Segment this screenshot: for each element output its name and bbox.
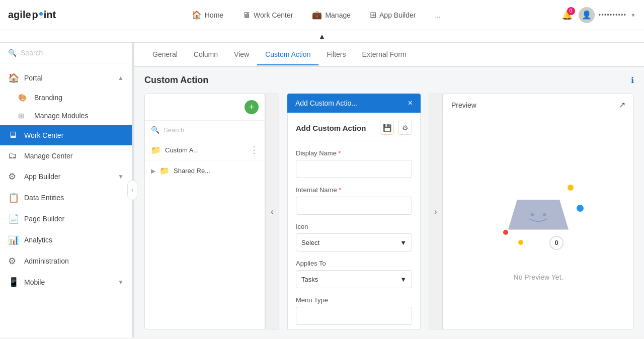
preview-counter: 0	[549, 236, 564, 250]
list-item[interactable]: ▶ 📁 Shared Re...	[145, 161, 265, 181]
input-menutype[interactable]	[296, 307, 412, 325]
dot-yellow2	[518, 240, 523, 245]
select-appliesto[interactable]: Tasks ▼	[296, 270, 412, 288]
nav-arrow-right[interactable]: ›	[429, 94, 443, 329]
left-panel-top: +	[145, 94, 265, 121]
add-item-button[interactable]: +	[245, 100, 259, 114]
dot-blue	[577, 205, 584, 212]
form-body: Add Custom Action 💾 ⚙	[287, 113, 421, 329]
dataentities-icon: 📋	[8, 192, 19, 203]
tabs-bar: General Column View Custom Action Filter…	[134, 43, 644, 67]
sidebar-item-administration[interactable]: ⚙ Administration	[0, 250, 132, 272]
notification-button[interactable]: 🔔 0	[561, 10, 573, 21]
sidebar-item-managemodules[interactable]: ⊞ Manage Modules	[0, 107, 132, 125]
nav-label-home: Home	[205, 11, 223, 19]
more-options-icon[interactable]: ⋮	[250, 144, 259, 155]
sidebar-label-managecenter: Manage Center	[24, 152, 124, 160]
label-text-displayname: Display Name	[296, 149, 337, 157]
select-icon[interactable]: Select ▼	[296, 233, 412, 251]
svg-point-1	[543, 213, 546, 216]
portal-icon: 🏠	[8, 72, 19, 83]
branding-icon: 🎨	[18, 94, 29, 102]
logo-text2: p	[32, 9, 38, 21]
nav-item-more[interactable]: ...	[428, 7, 448, 23]
required-mark: *	[339, 149, 341, 157]
sidebar-item-pagebuilder[interactable]: 📄 Page Builder	[0, 208, 132, 229]
sidebar-item-managecenter[interactable]: 🗂 Manage Center	[0, 145, 132, 166]
required-mark2: *	[339, 186, 341, 194]
nav-item-manage[interactable]: 💼 Manage	[305, 6, 358, 24]
folder-shared-icon: 📁	[159, 166, 170, 176]
sidebar-label-appbuilder: App Builder	[24, 173, 113, 181]
sidebar-label-dataentities: Data Entities	[24, 194, 124, 202]
sidebar-item-dataentities[interactable]: 📋 Data Entities	[0, 187, 132, 208]
field-internalname: Internal Name *	[296, 186, 412, 215]
manage-icon: 💼	[312, 10, 322, 20]
appbuilder-sidebar-icon: ⚙	[8, 171, 19, 182]
input-displayname[interactable]	[296, 160, 412, 178]
right-panel: Preview ↗	[443, 94, 634, 329]
nav-item-workcenter[interactable]: 🖥 Work Center	[235, 7, 300, 24]
tab-view[interactable]: View	[226, 44, 257, 65]
left-panel: + 🔍 Search 📁 Custom A... ⋮	[144, 94, 265, 329]
content-main: Custom Action ℹ + 🔍 Search	[134, 67, 644, 337]
chevron-right-icon: ▶	[151, 167, 155, 175]
workcenter-icon: 🖥	[243, 11, 251, 20]
sidebar-collapse-button[interactable]: ‹	[127, 180, 137, 200]
tab-column[interactable]: Column	[186, 44, 226, 65]
nav-label-manage: Manage	[325, 11, 351, 19]
save-button[interactable]: 💾	[380, 121, 394, 135]
tab-externalform[interactable]: External Form	[354, 44, 415, 65]
sidebar-search[interactable]: 🔍 Search	[0, 43, 132, 63]
nav-right: 🔔 0 👤 •••••••••• ▼	[561, 7, 636, 23]
sidebar-item-portal[interactable]: 🏠 Portal ▲	[0, 67, 132, 89]
collapse-bar[interactable]: ▲	[0, 30, 644, 43]
preview-title: Preview	[451, 101, 476, 109]
tab-customaction[interactable]: Custom Action	[257, 44, 318, 65]
sidebar: 🔍 Search 🏠 Portal ▲ 🎨 Branding ⊞ Manage …	[0, 43, 132, 337]
appbuilder-icon: ⊞	[370, 10, 376, 20]
input-internalname[interactable]	[296, 197, 412, 215]
chevron-down-appliesto-icon: ▼	[400, 276, 407, 283]
panel-search[interactable]: 🔍 Search	[145, 121, 265, 139]
user-icon: 👤	[582, 10, 592, 20]
sidebar-label-managemodules: Manage Modules	[34, 112, 124, 120]
logo-dot-icon	[39, 12, 43, 16]
mobile-icon: 📱	[8, 277, 19, 288]
middle-content: ‹ Add Custom Actio... × Add Custom Actio…	[265, 94, 443, 329]
collapse-icon: ▲	[318, 32, 326, 40]
nav-label-more: ...	[435, 11, 441, 19]
nav-arrow-left[interactable]: ‹	[265, 94, 279, 329]
right-arrow-icon: ›	[434, 207, 437, 216]
settings-button[interactable]: ⚙	[398, 121, 412, 135]
dialog-header: Add Custom Actio... ×	[287, 94, 421, 113]
preview-header: Preview ↗	[443, 94, 633, 116]
export-icon[interactable]: ↗	[619, 100, 625, 110]
sidebar-item-analytics[interactable]: 📊 Analytics	[0, 229, 132, 250]
field-icon: Icon Select ▼	[296, 223, 412, 251]
nav-item-appbuilder[interactable]: ⊞ App Builder	[363, 6, 423, 24]
sidebar-label-administration: Administration	[24, 257, 124, 265]
nav-item-home[interactable]: 🏠 Home	[185, 6, 230, 24]
label-internalname: Internal Name *	[296, 186, 412, 194]
settings-icon: ⚙	[402, 124, 409, 132]
list-item[interactable]: 📁 Custom A... ⋮	[145, 139, 265, 161]
dialog-close-button[interactable]: ×	[408, 99, 413, 108]
form-actions: 💾 ⚙	[380, 121, 412, 135]
sidebar-item-mobile[interactable]: 📱 Mobile ▼	[0, 272, 132, 293]
preview-illustration: 0	[488, 164, 589, 265]
sidebar-nav: 🏠 Portal ▲ 🎨 Branding ⊞ Manage Modules 🖥…	[0, 63, 132, 337]
sidebar-item-workcenter[interactable]: 🖥 Work Center	[0, 125, 132, 145]
tab-filters[interactable]: Filters	[318, 44, 354, 65]
search-icon: 🔍	[8, 49, 17, 57]
sidebar-item-branding[interactable]: 🎨 Branding	[0, 89, 132, 107]
dialog-title: Add Custom Actio...	[295, 99, 357, 107]
sidebar-item-appbuilder[interactable]: ⚙ App Builder ▼	[0, 166, 132, 187]
logo-text: agile	[8, 9, 31, 21]
user-area[interactable]: 👤 •••••••••• ▼	[579, 7, 636, 23]
info-icon[interactable]: ℹ	[631, 75, 634, 85]
tab-general[interactable]: General	[144, 44, 186, 65]
left-arrow-icon: ‹	[271, 207, 273, 216]
panel-items: 📁 Custom A... ⋮ ▶ 📁 Shared Re...	[145, 139, 265, 329]
sidebar-resizer[interactable]: ‹	[132, 43, 134, 337]
